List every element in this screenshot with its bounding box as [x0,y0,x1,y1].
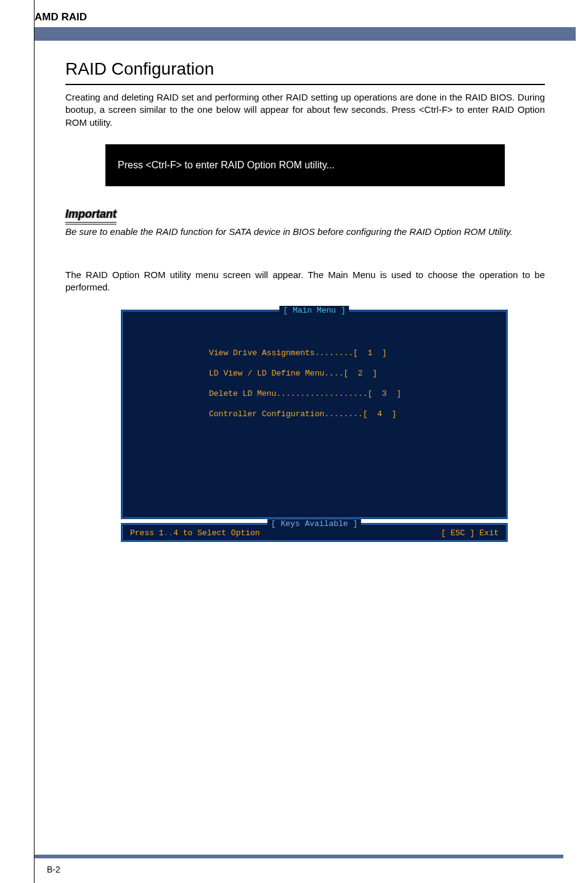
header: AMD RAID [35,0,576,41]
important-label: Important [65,208,116,221]
ctrl-f-prompt: Press <Ctrl-F> to enter RAID Option ROM … [105,144,505,186]
bios-keys-panel: [ Keys Available ] Press 1..4 to Select … [121,523,508,542]
intro-paragraph: Creating and deleting RAID set and perfo… [65,91,545,129]
header-blue-band [35,27,576,41]
keys-left-dots: .. [164,528,174,538]
bios-main-menu-panel: [ Main Menu ] View Drive Assignments....… [121,310,508,519]
bios-menu-item-4: Controller Configuration........[ 4 ] [209,409,506,419]
bios-menu-items: View Drive Assignments........[ 1 ] LD V… [123,336,506,419]
content: RAID Configuration Creating and deleting… [35,41,576,542]
bios-keys-left: Press 1..4 to Select Option [130,528,260,538]
header-title: AMD RAID [35,11,576,23]
bios-menu-item-1: View Drive Assignments........[ 1 ] [209,348,506,358]
important-text: Be sure to enable the RAID function for … [65,226,545,238]
bios-screenshot: [ Main Menu ] View Drive Assignments....… [121,310,508,542]
keys-left-suffix: 4 to Select Option [173,528,259,538]
paragraph-2: The RAID Option ROM utility menu screen … [65,269,545,294]
bios-menu-item-2: LD View / LD Define Menu....[ 2 ] [209,369,506,378]
spacer [65,238,545,269]
keys-left-prefix: Press 1 [130,528,164,538]
bios-main-menu-title: [ Main Menu ] [279,306,349,315]
page-frame: AMD RAID RAID Configuration Creating and… [34,0,576,883]
page-number: B-2 [47,865,60,874]
footer-blue-bar [35,855,563,858]
section-heading: RAID Configuration [65,59,545,85]
bios-menu-item-3: Delete LD Menu...................[ 3 ] [209,389,506,398]
bios-keys-right: [ ESC ] Exit [441,528,499,538]
bios-keys-title: [ Keys Available ] [267,519,361,528]
